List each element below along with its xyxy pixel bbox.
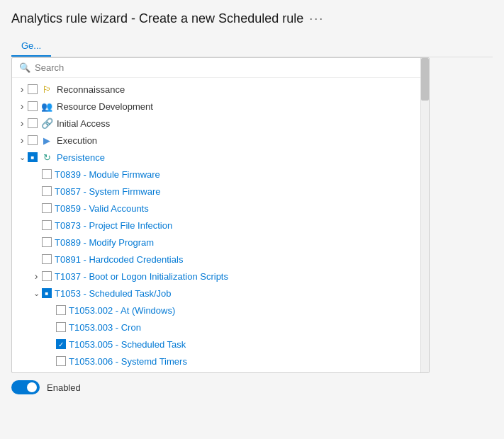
checkbox[interactable] bbox=[42, 237, 52, 247]
checkbox[interactable] bbox=[28, 135, 38, 145]
item-label: T0839 - Module Firmware bbox=[55, 169, 160, 180]
list-item[interactable]: 🔗 Initial Access bbox=[12, 115, 419, 132]
item-label: Persistence bbox=[57, 152, 105, 163]
item-label: T0873 - Project File Infection bbox=[55, 220, 172, 231]
resource-icon: 👥 bbox=[40, 100, 53, 113]
checkbox[interactable] bbox=[56, 305, 66, 315]
expander-icon[interactable] bbox=[16, 118, 28, 129]
list-item[interactable]: T0839 - Module Firmware bbox=[12, 166, 419, 183]
list-item[interactable]: T0873 - Project File Infection bbox=[12, 217, 419, 234]
checkbox[interactable] bbox=[56, 356, 66, 366]
expander-icon[interactable] bbox=[16, 101, 28, 112]
checkbox[interactable] bbox=[56, 339, 66, 349]
list-item[interactable]: ▶ Execution bbox=[12, 132, 419, 149]
item-label: T0859 - Valid Accounts bbox=[55, 203, 149, 214]
scrollbar-thumb[interactable] bbox=[421, 58, 429, 101]
checkbox[interactable] bbox=[42, 186, 52, 196]
expander-icon[interactable] bbox=[16, 152, 28, 163]
item-label: T0889 - Modify Program bbox=[55, 237, 154, 248]
tab-bar: Ge... bbox=[11, 36, 493, 57]
item-label: Execution bbox=[57, 135, 97, 146]
item-label: T1053.002 - At (Windows) bbox=[69, 305, 175, 316]
expander-icon[interactable] bbox=[16, 84, 28, 95]
item-label: Initial Access bbox=[57, 118, 110, 129]
list-item[interactable]: T1053 - Scheduled Task/Job bbox=[12, 285, 419, 302]
expander-icon[interactable] bbox=[30, 287, 42, 299]
list-item[interactable]: T0889 - Modify Program bbox=[12, 234, 419, 251]
checkbox[interactable] bbox=[56, 322, 66, 332]
bottom-bar: Enabled bbox=[11, 380, 493, 394]
item-label: T0857 - System Firmware bbox=[55, 186, 161, 197]
search-icon: 🔍 bbox=[19, 62, 30, 73]
list-item[interactable]: T0857 - System Firmware bbox=[12, 183, 419, 200]
checkbox[interactable] bbox=[42, 220, 52, 230]
expander-icon[interactable] bbox=[30, 270, 42, 282]
checkbox[interactable] bbox=[28, 84, 38, 94]
list-item[interactable]: 👥 Resource Development bbox=[12, 98, 419, 115]
list-item[interactable]: T0891 - Hardcoded Credentials bbox=[12, 251, 419, 268]
tactic-dropdown-panel: 🔍 🏳 Reconnaissance 👥 Resource Developmen… bbox=[11, 57, 430, 373]
list-item[interactable]: T1053.003 - Cron bbox=[12, 319, 419, 336]
list-item[interactable]: T1053.002 - At (Windows) bbox=[12, 302, 419, 319]
checkbox[interactable] bbox=[42, 288, 52, 298]
checkbox[interactable] bbox=[42, 271, 52, 281]
execution-icon: ▶ bbox=[40, 134, 53, 147]
list-item[interactable]: T1053.006 - Systemd Timers bbox=[12, 353, 419, 370]
list-item[interactable]: ↻ Persistence bbox=[12, 149, 419, 166]
checkbox[interactable] bbox=[28, 152, 38, 162]
search-box: 🔍 bbox=[12, 58, 429, 78]
more-options-dots[interactable]: ··· bbox=[309, 11, 324, 26]
tree-container: 🏳 Reconnaissance 👥 Resource Development … bbox=[12, 78, 429, 372]
tab-general[interactable]: Ge... bbox=[11, 36, 51, 57]
initial-access-icon: 🔗 bbox=[40, 117, 53, 130]
item-label: T0891 - Hardcoded Credentials bbox=[55, 254, 183, 265]
page-title: Analytics rule wizard - Create a new Sch… bbox=[11, 11, 493, 26]
toggle-label: Enabled bbox=[47, 382, 81, 393]
toggle-knob bbox=[27, 382, 37, 392]
list-item[interactable]: 🏳 Reconnaissance bbox=[12, 81, 419, 98]
checkbox[interactable] bbox=[42, 254, 52, 264]
title-text: Analytics rule wizard - Create a new Sch… bbox=[11, 11, 303, 26]
search-input[interactable] bbox=[35, 62, 422, 73]
item-label: T1053 - Scheduled Task/Job bbox=[55, 288, 172, 299]
list-item[interactable]: T1053.005 - Scheduled Task bbox=[12, 336, 419, 353]
item-label: Reconnaissance bbox=[57, 84, 125, 95]
enabled-toggle[interactable] bbox=[11, 380, 40, 394]
checkbox[interactable] bbox=[42, 203, 52, 213]
recon-icon: 🏳 bbox=[40, 83, 53, 96]
item-label: T1053.005 - Scheduled Task bbox=[69, 339, 186, 350]
item-label: T1037 - Boot or Logon Initialization Scr… bbox=[55, 271, 228, 282]
scrollbar-track[interactable] bbox=[420, 58, 429, 372]
item-label: Resource Development bbox=[57, 101, 153, 112]
checkbox[interactable] bbox=[28, 101, 38, 111]
persistence-icon: ↻ bbox=[40, 151, 53, 164]
expander-icon[interactable] bbox=[16, 135, 28, 146]
item-label: T1053.003 - Cron bbox=[69, 322, 141, 333]
checkbox[interactable] bbox=[42, 169, 52, 179]
list-item[interactable]: T0859 - Valid Accounts bbox=[12, 200, 419, 217]
item-label: T1053.006 - Systemd Timers bbox=[69, 356, 187, 367]
checkbox[interactable] bbox=[28, 118, 38, 128]
list-item[interactable]: T1037 - Boot or Logon Initialization Scr… bbox=[12, 268, 419, 285]
